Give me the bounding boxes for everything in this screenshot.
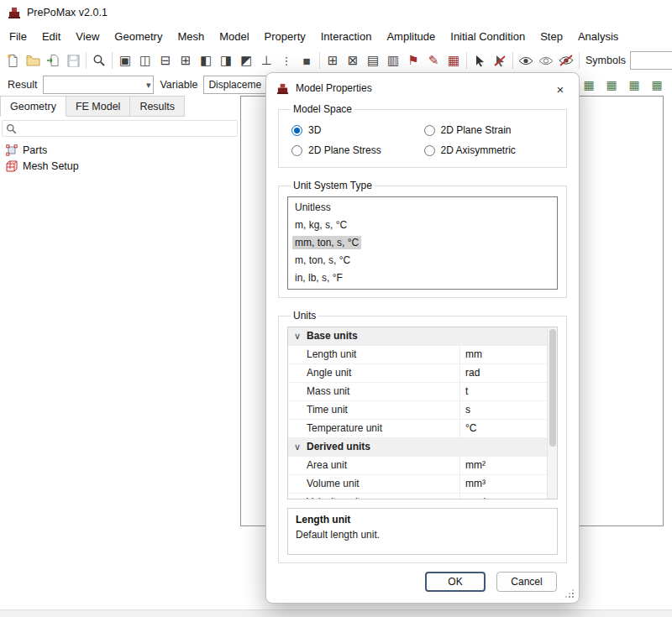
symbols-combobox[interactable]: ▾ xyxy=(630,51,672,70)
result-table-icon[interactable]: ▦ xyxy=(601,75,622,95)
main-toolbar: ▣ ◫ ⊟ ⊞ ◧ ◨ ◩ ⊥ ⋮ ■ ⊞ ⊠ ▤ ▥ ⚑ ✎ ▦ xyxy=(0,48,672,73)
query-icon[interactable] xyxy=(470,50,490,71)
tree-item-mesh-setup[interactable]: Mesh Setup xyxy=(6,158,240,174)
property-row-length-unit[interactable]: Length unit mm xyxy=(288,346,547,364)
mesh-view-icon[interactable]: ▥ xyxy=(383,50,403,71)
result-table-icon[interactable]: ▦ xyxy=(624,75,644,95)
menu-amplitude[interactable]: Amplitude xyxy=(379,26,443,47)
remove-query-icon[interactable] xyxy=(490,50,510,71)
split-view-icon[interactable]: ◫ xyxy=(135,50,155,71)
result-combobox[interactable]: ▾ xyxy=(43,76,154,94)
result-table-icon[interactable]: ▦ xyxy=(579,75,599,95)
property-value[interactable]: mm/s xyxy=(460,494,547,499)
solid-cube-icon[interactable]: ■ xyxy=(297,50,317,71)
list-item-unitless[interactable]: Unitless xyxy=(289,199,556,217)
menu-geometry[interactable]: Geometry xyxy=(107,26,170,47)
menu-file[interactable]: File xyxy=(2,26,34,47)
property-row-temperature-unit[interactable]: Temperature unit °C xyxy=(288,420,547,438)
new-model-icon[interactable] xyxy=(3,50,23,71)
radio-3d[interactable]: 3D xyxy=(291,124,424,136)
show-icon[interactable] xyxy=(516,50,536,71)
property-row-area-unit[interactable]: Area unit mm² xyxy=(288,457,547,475)
category-row-base-units[interactable]: ∨ Base units xyxy=(288,327,547,346)
model-space-legend: Model Space xyxy=(291,103,354,115)
tab-results[interactable]: Results xyxy=(130,96,185,117)
toolbar-separator xyxy=(86,52,87,69)
radio-button-icon xyxy=(291,145,302,156)
property-value[interactable]: rad xyxy=(460,364,547,382)
import-file-icon[interactable] xyxy=(43,50,63,71)
list-item-mm-ton-s[interactable]: mm, ton, s, °C xyxy=(289,234,556,252)
radio-2d-plane-stress[interactable]: 2D Plane Stress xyxy=(291,144,424,156)
hide-icon[interactable] xyxy=(556,50,576,71)
front-view-icon[interactable]: ▣ xyxy=(115,50,135,71)
list-item-m-kg-s[interactable]: m, kg, s, °C xyxy=(289,217,556,234)
back-view-icon[interactable]: ⊟ xyxy=(155,50,176,71)
menu-initial-condition[interactable]: Initial Condition xyxy=(443,26,533,47)
list-item-label: m, kg, s, °C xyxy=(292,218,349,232)
list-item-m-ton-s[interactable]: m, ton, s, °C xyxy=(289,252,556,269)
right-view-icon[interactable]: ◨ xyxy=(216,50,236,71)
menu-edit[interactable]: Edit xyxy=(34,26,68,47)
symbols-label: Symbols xyxy=(585,55,626,66)
dialog-title-bar[interactable]: Model Properties xyxy=(266,73,579,103)
tree-search-box[interactable] xyxy=(2,120,238,137)
property-row-volume-unit[interactable]: Volume unit mm³ xyxy=(288,475,547,494)
toolbar-separator xyxy=(579,52,580,69)
resize-grip[interactable] xyxy=(565,589,574,598)
property-value[interactable]: s xyxy=(460,401,547,419)
iso-view-icon[interactable]: ⊞ xyxy=(176,50,196,71)
property-row-angle-unit[interactable]: Angle unit rad xyxy=(288,364,547,383)
chevron-down-icon[interactable]: ∨ xyxy=(288,327,307,345)
edit-annotations-icon[interactable]: ✎ xyxy=(423,50,444,71)
overflow-dots-icon[interactable]: ⋮ xyxy=(276,50,297,71)
search-input[interactable] xyxy=(20,123,234,134)
tab-fe-model[interactable]: FE Model xyxy=(66,96,131,117)
model-tree: Parts Mesh Setup xyxy=(0,142,240,174)
result-table-icon[interactable]: ▦ xyxy=(647,75,667,95)
menu-property[interactable]: Property xyxy=(257,26,313,47)
renumber-icon[interactable]: ▦ xyxy=(444,50,464,71)
property-value[interactable]: °C xyxy=(460,420,547,437)
cancel-button[interactable]: Cancel xyxy=(496,572,557,592)
chevron-down-icon[interactable]: ∨ xyxy=(288,438,307,456)
wireframe-view-icon[interactable]: ⊞ xyxy=(323,50,343,71)
radio-2d-axisymmetric[interactable]: 2D Axisymmetric xyxy=(424,144,557,156)
tree-item-parts[interactable]: Parts xyxy=(6,142,240,158)
tab-geometry[interactable]: Geometry xyxy=(0,96,66,117)
left-view-icon[interactable]: ◧ xyxy=(196,50,216,71)
show-only-icon[interactable] xyxy=(536,50,556,71)
property-label: Time unit xyxy=(288,401,460,419)
property-value[interactable]: mm³ xyxy=(460,475,547,493)
property-value[interactable]: mm xyxy=(460,346,547,363)
menu-model[interactable]: Model xyxy=(212,26,256,47)
property-row-mass-unit[interactable]: Mass unit t xyxy=(288,383,547,401)
menu-interaction[interactable]: Interaction xyxy=(313,26,380,47)
zoom-to-fit-icon[interactable] xyxy=(89,50,109,71)
category-row-derived-units[interactable]: ∨ Derived units xyxy=(288,438,547,457)
section-view-icon[interactable]: ⚑ xyxy=(403,50,423,71)
datum-plane-icon[interactable]: ⊥ xyxy=(256,50,276,71)
grid-scrollbar[interactable] xyxy=(547,327,557,499)
close-icon[interactable]: × xyxy=(551,80,570,98)
property-label: Area unit xyxy=(288,457,460,474)
grid-scrollbar-thumb[interactable] xyxy=(549,329,556,447)
property-label: Angle unit xyxy=(288,364,460,382)
parts-icon xyxy=(6,144,18,156)
menu-analysis[interactable]: Analysis xyxy=(570,26,626,47)
property-row-velocity-unit[interactable]: Velocity unit mm/s xyxy=(288,494,547,499)
property-row-time-unit[interactable]: Time unit s xyxy=(288,401,547,420)
edges-view-icon[interactable]: ⊠ xyxy=(343,50,363,71)
open-file-icon[interactable] xyxy=(23,50,43,71)
menu-mesh[interactable]: Mesh xyxy=(170,26,212,47)
corner-view-icon[interactable]: ◩ xyxy=(236,50,256,71)
property-value[interactable]: t xyxy=(460,383,547,400)
shaded-view-icon[interactable]: ▤ xyxy=(363,50,383,71)
ok-button[interactable]: OK xyxy=(425,572,486,592)
property-value[interactable]: mm² xyxy=(460,457,547,474)
menu-view[interactable]: View xyxy=(68,26,107,47)
list-item-in-lb-s[interactable]: in, lb, s, °F xyxy=(289,269,556,287)
save-icon[interactable] xyxy=(63,50,83,71)
menu-step[interactable]: Step xyxy=(533,26,570,47)
radio-2d-plane-strain[interactable]: 2D Plane Strain xyxy=(424,124,557,136)
